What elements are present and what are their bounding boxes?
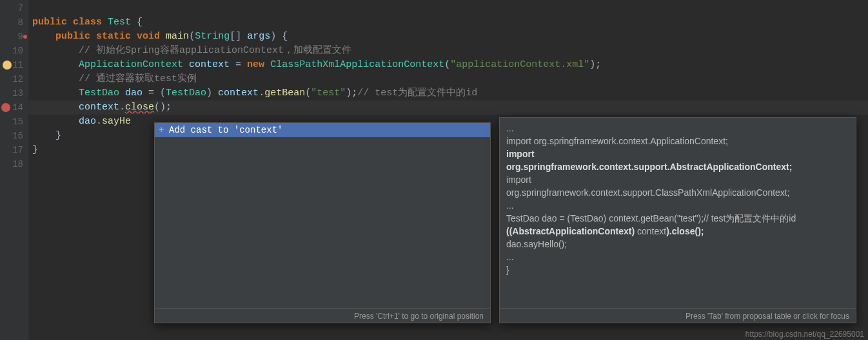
code-line: public static void main(String[] args) { — [28, 30, 868, 44]
code-line — [28, 1, 868, 15]
code-line: // 初始化Spring容器applicationContext，加载配置文件 — [28, 44, 868, 58]
line-number: 15 — [0, 115, 28, 129]
line-number: 9 — [0, 30, 28, 44]
preview-line: ... — [506, 250, 849, 263]
code-line: TestDao dao = (TestDao) context.getBean(… — [28, 86, 868, 100]
quickfix-footer: Press 'Ctrl+1' to go to original positio… — [155, 308, 490, 323]
preview-line: } — [506, 263, 849, 276]
preview-footer: Press 'Tab' from proposal table or click… — [500, 308, 856, 323]
line-number: 10 — [0, 44, 28, 58]
code-line: ApplicationContext context = new ClassPa… — [28, 58, 868, 72]
line-number: 17 — [0, 143, 28, 157]
preview-panel[interactable]: ... import org.springframework.context.A… — [499, 117, 856, 323]
line-number: 12 — [0, 72, 28, 86]
preview-line: import — [506, 173, 849, 186]
line-number: 11 — [0, 58, 28, 72]
preview-line: dao.sayHello(); — [506, 238, 849, 250]
line-gutter: 7 8 9 10 11 12 13 14 15 16 17 18 — [0, 0, 28, 340]
code-line: context.close(); — [28, 100, 868, 115]
quickfix-item[interactable]: Add cast to 'context' — [155, 123, 490, 137]
preview-line: import — [506, 147, 849, 160]
watermark: https://blog.csdn.net/qq_22695001 — [745, 330, 864, 339]
preview-line: org.springframework.context.support.Abst… — [506, 160, 849, 173]
line-number: 8 — [0, 15, 28, 30]
line-number: 14 — [0, 100, 28, 115]
line-number: 7 — [0, 1, 28, 15]
code-line: // 通过容器获取test实例 — [28, 72, 868, 86]
preview-line: ... — [506, 199, 849, 212]
preview-line: import org.springframework.context.Appli… — [506, 135, 849, 147]
preview-line: ((AbstractApplicationContext) context).c… — [506, 225, 849, 238]
line-number: 13 — [0, 86, 28, 100]
preview-line: TestDao dao = (TestDao) context.getBean(… — [506, 212, 849, 225]
preview-line: ... — [506, 122, 849, 135]
code-line: public class Test { — [28, 15, 868, 30]
quickfix-popup[interactable]: Add cast to 'context' Press 'Ctrl+1' to … — [154, 122, 491, 323]
preview-line: org.springframework.context.support.Clas… — [506, 186, 849, 199]
line-number: 16 — [0, 129, 28, 143]
line-number: 18 — [0, 157, 28, 171]
